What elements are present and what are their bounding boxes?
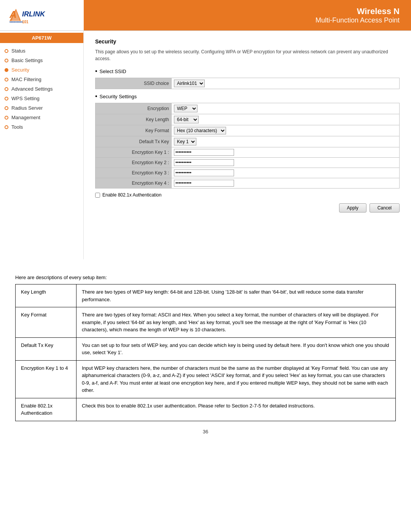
enc-key2-row: Encryption Key 2 : bbox=[96, 158, 400, 168]
desc-text-key-length: There are two types of WEP key length: 6… bbox=[76, 284, 396, 307]
sidebar-item-security[interactable]: Security bbox=[0, 65, 83, 75]
enable-8021x-label: Enable 802.1x Authentication bbox=[102, 192, 161, 198]
ssid-table: SSID choice Airlink101 bbox=[95, 78, 400, 89]
sidebar-item-advanced-settings[interactable]: Advanced Settings bbox=[0, 84, 83, 94]
main-layout: AP671W Status Basic Settings Security MA… bbox=[0, 31, 411, 259]
desc-row-enc-keys: Encryption Key 1 to 4 Input WEP key char… bbox=[16, 360, 396, 398]
key-format-label: Key Format bbox=[96, 125, 172, 136]
sidebar-model: AP671W bbox=[0, 33, 83, 43]
sidebar-item-tools[interactable]: Tools bbox=[0, 122, 83, 132]
desc-term-default-tx-key: Default Tx Key bbox=[16, 337, 76, 360]
enable-8021x-row: Enable 802.1x Authentication bbox=[95, 192, 400, 198]
sidebar-item-wps-setting[interactable]: WPS Setting bbox=[0, 94, 83, 103]
sidebar-label-management: Management bbox=[11, 115, 40, 120]
desc-row-8021x: Enable 802.1xAuthentication Check this b… bbox=[16, 398, 396, 421]
sidebar-label-status: Status bbox=[11, 48, 25, 54]
logo-area: IRLINK ••••••••••• 101 A bbox=[0, 0, 84, 30]
default-tx-key-row: Default Tx Key Key 1 Key 2 Key 3 Key 4 bbox=[96, 136, 400, 147]
sidebar-item-basic-settings[interactable]: Basic Settings bbox=[0, 56, 83, 65]
sidebar-bullet-wps bbox=[5, 97, 8, 101]
svg-text:A: A bbox=[9, 9, 17, 20]
sidebar-bullet-status bbox=[5, 49, 8, 53]
ssid-choice-cell: Airlink101 bbox=[172, 78, 400, 89]
enc-key1-row: Encryption Key 1 : bbox=[96, 147, 400, 158]
encryption-label: Encryption bbox=[96, 103, 172, 114]
sidebar-bullet-tools bbox=[5, 125, 8, 129]
enc-key4-row: Encryption Key 4 : bbox=[96, 178, 400, 189]
enc-key2-label: Encryption Key 2 : bbox=[96, 158, 172, 168]
sidebar-label-advanced: Advanced Settings bbox=[11, 86, 53, 92]
svg-text:IRLINK: IRLINK bbox=[22, 10, 46, 18]
enable-8021x-checkbox[interactable] bbox=[95, 193, 100, 198]
logo-wrapper: IRLINK ••••••••••• 101 A bbox=[8, 6, 53, 25]
desc-text-key-format: There are two types of key format: ASCII… bbox=[76, 307, 396, 338]
key-format-row: Key Format Hex (10 characters) ASCII (5 … bbox=[96, 125, 400, 136]
sidebar-bullet-security bbox=[5, 68, 8, 72]
encryption-row: Encryption WEP WPA WPA2 None bbox=[96, 103, 400, 114]
sidebar-label-wps: WPS Setting bbox=[11, 96, 40, 101]
sidebar-item-status[interactable]: Status bbox=[0, 46, 83, 56]
default-tx-key-select[interactable]: Key 1 Key 2 Key 3 Key 4 bbox=[174, 138, 196, 145]
sidebar-label-security: Security bbox=[11, 67, 29, 73]
desc-term-enc-keys: Encryption Key 1 to 4 bbox=[16, 360, 76, 398]
desc-term-key-format: Key Format bbox=[16, 307, 76, 338]
desc-term-key-length: Key Length bbox=[16, 284, 76, 307]
svg-text:101: 101 bbox=[22, 20, 29, 24]
desc-row-key-format: Key Format There are two types of key fo… bbox=[16, 307, 396, 338]
sidebar-item-radius-server[interactable]: Radius Server bbox=[0, 103, 83, 113]
header-banner: Wireless N Multi-Function Access Point bbox=[84, 0, 411, 30]
sidebar-bullet-basic bbox=[5, 59, 8, 62]
sidebar-bullet-advanced bbox=[5, 87, 8, 91]
ssid-choice-select[interactable]: Airlink101 bbox=[174, 80, 205, 87]
desc-table: Key Length There are two types of WEP ke… bbox=[15, 284, 396, 421]
sidebar-bullet-mac bbox=[5, 78, 8, 81]
enc-key4-label: Encryption Key 4 : bbox=[96, 178, 172, 189]
sidebar-label-mac: MAC Filtering bbox=[11, 77, 41, 82]
desc-text-default-tx-key: You can set up to four sets of WEP key, … bbox=[76, 337, 396, 360]
desc-text-enc-keys: Input WEP key characters here, the numbe… bbox=[76, 360, 396, 398]
section-desc: This page allows you to set up the wirel… bbox=[95, 48, 400, 62]
header: IRLINK ••••••••••• 101 A Wireless N Mult… bbox=[0, 0, 411, 31]
desc-row-default-tx-key: Default Tx Key You can set up to four se… bbox=[16, 337, 396, 360]
sidebar-bullet-management bbox=[5, 116, 8, 120]
button-row: Apply Cancel bbox=[95, 203, 400, 212]
sidebar-label-radius: Radius Server bbox=[11, 105, 43, 111]
enc-key1-cell bbox=[172, 147, 400, 158]
key-format-select[interactable]: Hex (10 characters) ASCII (5 characters) bbox=[174, 127, 226, 134]
main-content: Security This page allows you to set up … bbox=[84, 31, 411, 259]
encryption-select[interactable]: WEP WPA WPA2 None bbox=[174, 105, 198, 112]
enc-key4-input[interactable] bbox=[174, 180, 234, 187]
apply-button[interactable]: Apply bbox=[339, 203, 366, 212]
ssid-choice-label: SSID choice bbox=[96, 78, 172, 89]
default-tx-key-label: Default Tx Key bbox=[96, 136, 172, 147]
desc-text-8021x: Check this box to enable 802.1x user aut… bbox=[76, 398, 396, 421]
sidebar: AP671W Status Basic Settings Security MA… bbox=[0, 31, 84, 259]
enc-key3-cell bbox=[172, 168, 400, 178]
enc-key2-input[interactable] bbox=[174, 159, 234, 166]
sidebar-item-mac-filtering[interactable]: MAC Filtering bbox=[0, 75, 83, 84]
header-title-sub: Multi-Function Access Point bbox=[315, 16, 400, 24]
enc-key1-input[interactable] bbox=[174, 149, 234, 156]
enc-key1-label: Encryption Key 1 : bbox=[96, 147, 172, 158]
section-title: Security bbox=[95, 38, 400, 45]
header-title-main: Wireless N bbox=[357, 6, 400, 16]
security-settings-label: Security Settings bbox=[95, 93, 400, 100]
svg-text:•••••••••••: ••••••••••• bbox=[10, 20, 23, 24]
desc-row-key-length: Key Length There are two types of WEP ke… bbox=[16, 284, 396, 307]
key-length-cell: 64-bit 128-bit bbox=[172, 114, 400, 125]
enc-key3-input[interactable] bbox=[174, 169, 234, 176]
key-length-row: Key Length 64-bit 128-bit bbox=[96, 114, 400, 125]
key-format-cell: Hex (10 characters) ASCII (5 characters) bbox=[172, 125, 400, 136]
security-form-table: Encryption WEP WPA WPA2 None Key Length … bbox=[95, 103, 400, 189]
key-length-label: Key Length bbox=[96, 114, 172, 125]
descriptions-section: Here are descriptions of every setup ite… bbox=[0, 259, 411, 442]
sidebar-label-basic: Basic Settings bbox=[11, 58, 43, 63]
select-ssid-label: Select SSID bbox=[95, 68, 400, 75]
cancel-button[interactable]: Cancel bbox=[370, 203, 400, 212]
encryption-cell: WEP WPA WPA2 None bbox=[172, 103, 400, 114]
desc-intro: Here are descriptions of every setup ite… bbox=[15, 275, 396, 280]
sidebar-item-management[interactable]: Management bbox=[0, 113, 83, 122]
key-length-select[interactable]: 64-bit 128-bit bbox=[174, 116, 199, 123]
default-tx-key-cell: Key 1 Key 2 Key 3 Key 4 bbox=[172, 136, 400, 147]
enc-key3-row: Encryption Key 3 : bbox=[96, 168, 400, 178]
